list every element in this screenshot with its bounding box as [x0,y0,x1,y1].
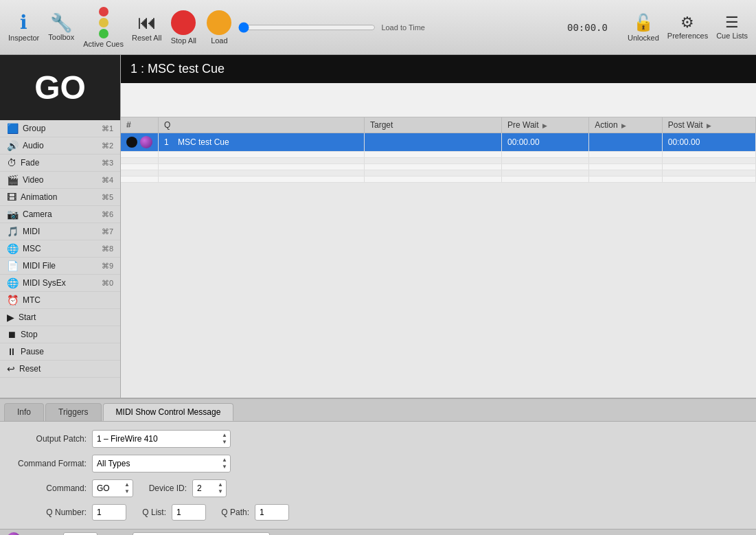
msc-icon: 🌐 [7,243,19,254]
sidebar-item-midi[interactable]: 🎵MIDI ⌘7 [0,223,120,240]
command-label: Command: [11,483,87,493]
fade-icon: ⏱ [7,157,16,168]
table-row[interactable]: 1 MSC test Cue 00:00.00 00:00.00 [121,133,756,152]
load-slider-area: Load to Time [238,22,564,33]
sidebar-item-midi-file[interactable]: 📄MIDI File ⌘9 [0,258,120,275]
stepper-down[interactable]: ▼ [220,439,229,446]
reset-all-button[interactable]: ⏮ Reset All [129,10,164,45]
command-select-wrapper[interactable]: GO ▲ ▼ [92,479,133,497]
tab-info[interactable]: Info [4,403,44,421]
col-header-prewait[interactable]: Pre Wait ▶ [502,117,589,133]
col-header-action[interactable]: Action ▶ [589,117,662,133]
sidebar-item-group[interactable]: 🟦Group ⌘1 [0,120,120,137]
table-row[interactable] [121,177,756,183]
cell-target [365,133,502,152]
reset-all-icon: ⏮ [137,13,157,32]
command-select[interactable]: GO [93,480,148,497]
col-header-q[interactable]: Q [159,117,365,133]
stepper-down[interactable]: ▼ [123,488,131,495]
output-patch-select[interactable]: 1 – FireWire 410 [93,431,230,447]
col-header-postwait[interactable]: Post Wait ▶ [662,117,755,133]
sidebar-item-label: MSC [23,244,41,253]
sidebar-item-pause[interactable]: ⏸Pause [0,343,120,361]
cell-action [589,133,662,152]
sidebar-item-reset[interactable]: ↩Reset [0,361,120,378]
sidebar-shortcut: ⌘1 [102,124,113,133]
action-sort-icon: ▶ [621,122,626,129]
command-stepper[interactable]: ▲ ▼ [123,481,131,495]
sidebar-item-camera[interactable]: 📷Camera ⌘6 [0,206,120,223]
table-row[interactable] [121,170,756,177]
command-row: Command: GO ▲ ▼ Device ID: ▲ ▼ [11,479,745,497]
q-path-label: Q Path: [211,508,249,517]
sidebar-item-mtc[interactable]: ⏰MTC [0,292,120,309]
traffic-light-icon [99,7,108,38]
inspector-button[interactable]: ℹ Inspector [5,10,42,45]
load-button[interactable]: Load [203,8,236,47]
status-name-input[interactable] [133,532,270,536]
preferences-button[interactable]: ⚙ Preferences [665,12,711,43]
sidebar-item-midi-sysex[interactable]: 🌐MIDI SysEx ⌘0 [0,275,120,292]
sidebar-item-stop[interactable]: ⏹Stop [0,326,120,343]
sidebar-item-audio[interactable]: 🔊Audio ⌘2 [0,137,120,155]
command-format-stepper[interactable]: ▲ ▼ [220,457,229,470]
stepper-up[interactable]: ▲ [220,432,229,439]
toolbox-button[interactable]: 🔧 Toolbox [45,11,78,44]
sidebar-item-label: Camera [23,209,52,219]
prewait-sort-icon: ▶ [542,122,547,129]
sidebar-shortcut: ⌘9 [102,262,113,271]
stepper-down[interactable]: ▼ [220,464,229,470]
table-row[interactable] [121,158,756,164]
sidebar: GO 🟦Group ⌘1 🔊Audio ⌘2 ⏱Fade ⌘3 🎬Video ⌘… [0,55,121,398]
command-format-select[interactable]: All Types [93,455,230,472]
q-path-input[interactable] [255,504,289,521]
inspector-panel [121,83,756,117]
command-format-label: Command Format: [11,459,87,468]
go-button[interactable]: GO [0,55,120,120]
stop-all-button[interactable]: Stop All [167,8,200,47]
col-header-number[interactable]: # [121,117,159,133]
output-patch-select-wrapper[interactable]: 1 – FireWire 410 ▲ ▼ [92,430,231,448]
device-id-wrapper[interactable]: ▲ ▼ [192,479,227,497]
sidebar-item-label: Animation [21,192,57,202]
cell-icons [121,133,159,152]
tab-triggers[interactable]: Triggers [45,403,102,421]
active-cues-button[interactable]: Active Cues [80,4,126,51]
output-patch-row: Output Patch: 1 – FireWire 410 ▲ ▼ [11,430,745,448]
bottom-panel: Info Triggers MIDI Show Control Message … [0,398,756,535]
table-row[interactable] [121,152,756,158]
sidebar-item-video[interactable]: 🎬Video ⌘4 [0,172,120,189]
output-patch-label: Output Patch: [11,434,87,444]
sidebar-item-label: Video [23,175,43,185]
output-patch-stepper[interactable]: ▲ ▼ [220,432,229,446]
table-row[interactable] [121,164,756,170]
status-number-input[interactable] [63,532,98,536]
status-cue-icon [7,532,21,536]
sidebar-item-label: Audio [23,141,44,150]
tab-midi-show-control[interactable]: MIDI Show Control Message [103,403,234,421]
stepper-up[interactable]: ▲ [123,481,131,488]
sidebar-item-fade[interactable]: ⏱Fade ⌘3 [0,155,120,172]
cue-lists-button[interactable]: ☰ Cue Lists [713,12,751,43]
cue-header: 1 : MSC test Cue [121,55,756,83]
q-list-input[interactable] [172,504,206,521]
sidebar-shortcut: ⌘7 [102,227,113,236]
lock-icon: 🔓 [633,13,654,32]
q-number-label: Q Number: [11,508,87,517]
unlocked-button[interactable]: 🔓 Unlocked [625,10,662,45]
sidebar-item-animation[interactable]: 🎞Animation ⌘5 [0,189,120,206]
device-id-stepper[interactable]: ▲ ▼ [216,481,225,495]
command-format-select-wrapper[interactable]: All Types ▲ ▼ [92,455,231,473]
sidebar-item-msc[interactable]: 🌐MSC ⌘8 [0,240,120,258]
unlocked-label: Unlocked [628,34,659,42]
stepper-down[interactable]: ▼ [216,488,225,495]
stepper-up[interactable]: ▲ [216,481,225,488]
stepper-up[interactable]: ▲ [220,457,229,464]
q-number-input[interactable] [92,504,126,521]
cue-table-area[interactable]: # Q Target Pre Wait ▶ Action ▶ Post Wait… [121,117,756,398]
col-header-target[interactable]: Target [365,117,502,133]
postwait-sort-icon: ▶ [707,122,711,129]
sidebar-item-start[interactable]: ▶Start [0,309,120,326]
load-slider[interactable] [238,22,376,33]
sidebar-item-label: Group [23,124,45,133]
